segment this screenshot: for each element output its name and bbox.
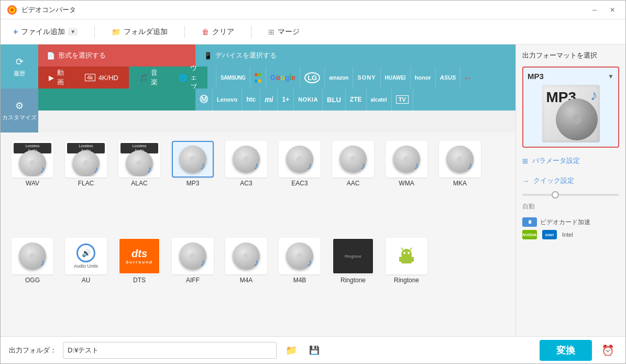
output-path-input[interactable] — [63, 342, 277, 359]
brand-motorola[interactable]: Ⓜ — [195, 89, 213, 111]
quick-settings-button[interactable]: → クイック設定 — [522, 174, 619, 187]
empty-format-space — [38, 89, 195, 111]
brand-tv[interactable]: TV — [392, 89, 413, 111]
format-dropdown-arrow[interactable]: ▼ — [608, 73, 614, 80]
brand-alcatel[interactable]: alcatel — [367, 89, 392, 111]
audio-icon: 🎵 — [139, 74, 148, 82]
ringtone-android-icon-box — [386, 238, 427, 274]
brand-blu[interactable]: BLU — [323, 89, 346, 111]
brand-oneplus[interactable]: 1+ — [278, 89, 294, 111]
add-file-button[interactable]: + ファイル追加 ▼ — [9, 25, 82, 39]
mka-icon-box: ♪ — [439, 141, 481, 178]
intel-icon: intel — [542, 230, 557, 239]
device-tab[interactable]: 📱 デバイスを選択する — [195, 45, 515, 67]
format-item-ringtone-android[interactable]: Ringtone — [383, 238, 430, 328]
gpu-icon: 🖥 — [522, 217, 537, 227]
format-select-row: MP3 ▼ — [528, 72, 614, 81]
slider-row — [522, 194, 619, 196]
slider-label: 自動 — [522, 202, 619, 211]
wma-icon-box: ♪ — [386, 141, 427, 178]
type-row: ▶ 動画 4k 4K/HD 🎵 音楽 — [38, 67, 515, 89]
svg-rect-10 — [412, 257, 414, 262]
quality-slider-track[interactable] — [522, 194, 619, 196]
intel-label: Intel — [562, 231, 573, 238]
nvidia-icon: NVIDIA — [522, 230, 537, 239]
clear-label: クリア — [212, 27, 234, 37]
convert-button[interactable]: 変換 — [540, 340, 592, 361]
brand-mi[interactable]: mi — [260, 89, 278, 111]
dropdown-arrow-icon[interactable]: ▼ — [68, 28, 78, 36]
hd-format-btn[interactable]: 4k 4K/HD — [74, 67, 129, 89]
brand-lg[interactable]: LG — [300, 67, 325, 89]
brand-amazon[interactable]: amazon — [325, 67, 353, 89]
history-button[interactable]: ⟳ 履歴 — [1, 45, 38, 89]
history-icon: ⟳ — [16, 56, 24, 68]
flac-icon-box: LosslessAudio ♪ — [65, 141, 107, 178]
aac-label: AAC — [347, 180, 360, 187]
ringtone-android-label: Ringtone — [394, 277, 419, 284]
minimize-button[interactable]: ─ — [588, 5, 601, 15]
web-format-btn[interactable]: 🌐 ウェブ — [168, 67, 207, 89]
brand-htc[interactable]: htc — [242, 89, 260, 111]
merge-button[interactable]: ⊞ マージ — [264, 25, 304, 39]
format-item-flac[interactable]: LosslessAudio ♪ FLAC — [62, 141, 109, 231]
audio-format-btn[interactable]: 🎵 音楽 — [129, 67, 168, 89]
param-settings-button[interactable]: ⊞ パラメータ設定 — [522, 154, 619, 168]
alarm-button[interactable]: ⏰ — [598, 341, 617, 360]
format-item-m4b[interactable]: ♪ M4B — [276, 238, 323, 328]
android-robot-icon — [396, 246, 417, 267]
format-item-aiff[interactable]: ♪ AIFF — [169, 238, 216, 328]
window-controls: ─ ✕ — [588, 5, 619, 15]
brand-zte[interactable]: ZTE — [346, 89, 367, 111]
brand-google[interactable]: Google — [266, 67, 300, 89]
clear-button[interactable]: 🗑 クリア — [197, 25, 238, 39]
add-folder-button[interactable]: 📁 フォルダ追加 — [107, 25, 172, 39]
format-item-wav[interactable]: LosslessAudio ♪ WAV — [9, 141, 56, 231]
brand-microsoft[interactable]: ■■ ■■ — [250, 67, 266, 89]
brand-apple[interactable] — [207, 67, 216, 89]
brand-huawei[interactable]: HUAWEI — [381, 67, 411, 89]
format-item-ac3[interactable]: ♪ AC3 — [223, 141, 270, 231]
vendor-row: NVIDIA intel Intel — [522, 230, 619, 239]
format-item-eac3[interactable]: ♪ EAC3 — [276, 141, 323, 231]
save-button[interactable]: 💾 — [306, 342, 323, 359]
hd-icon: 4k — [85, 74, 95, 81]
web-label: ウェブ — [190, 63, 197, 92]
format-item-m4a[interactable]: ♪ M4A — [223, 238, 270, 328]
format-item-aac[interactable]: ♪ AAC — [330, 141, 377, 231]
eac3-icon-box: ♪ — [279, 141, 321, 178]
close-button[interactable]: ✕ — [606, 5, 619, 15]
ac3-label: AC3 — [240, 180, 252, 187]
svg-line-8 — [410, 248, 412, 250]
format-item-ringtone-apple[interactable]: Ringtone Ringtone — [330, 238, 377, 328]
web-icon: 🌐 — [179, 74, 187, 82]
aac-icon-box: ♪ — [332, 141, 374, 178]
m4a-label: M4A — [240, 277, 253, 284]
ac3-icon-box: ♪ — [225, 141, 267, 178]
brand-sony[interactable]: SONY — [353, 67, 380, 89]
app-icon — [7, 5, 17, 15]
format-item-mka[interactable]: ♪ MKA — [436, 141, 484, 231]
browse-folder-button[interactable]: 📁 — [283, 342, 300, 359]
video-label: 動画 — [57, 68, 64, 87]
brand-samsung[interactable]: SAMSUNG — [216, 67, 250, 89]
format-item-mp3[interactable]: ♪ MP3 — [169, 141, 216, 231]
brand-asus[interactable]: ASUS — [436, 67, 461, 89]
quality-slider-thumb[interactable] — [552, 191, 559, 198]
device-tab-icon: 📱 — [204, 52, 212, 60]
alac-label: ALAC — [131, 180, 147, 187]
customize-button[interactable]: ⚙ カスタマイズ — [1, 89, 38, 133]
format-item-wma[interactable]: ♪ WMA — [383, 141, 430, 231]
brand-lenovo[interactable]: Lenovo — [213, 89, 242, 111]
format-item-dts[interactable]: dts Surround DTS — [116, 238, 163, 328]
svg-point-6 — [408, 252, 410, 254]
format-item-au[interactable]: 🔊 Audio Units AU — [62, 238, 109, 328]
format-item-ogg[interactable]: ♪ OGG — [9, 238, 56, 328]
window-title: ビデオコンバータ — [21, 5, 588, 15]
customize-label: カスタマイズ — [2, 114, 37, 122]
video-format-btn[interactable]: ▶ 動画 — [38, 67, 74, 89]
format-item-alac[interactable]: LosslessAudio ♪ ALAC — [116, 141, 163, 231]
format-tab[interactable]: 📄 形式を選択する — [38, 45, 195, 67]
brand-honor[interactable]: honor — [411, 67, 436, 89]
brand-nokia[interactable]: NOKIA — [294, 89, 323, 111]
